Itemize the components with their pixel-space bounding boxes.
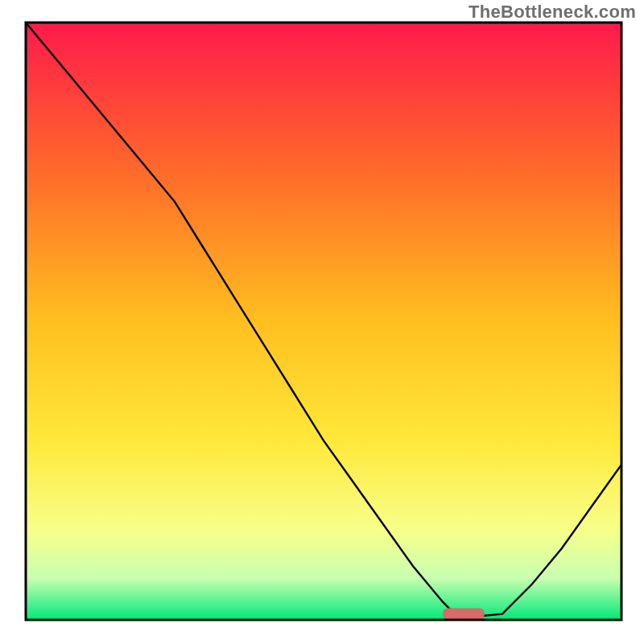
plot-area [26, 23, 621, 620]
gradient-background [26, 23, 621, 620]
chart-stage: TheBottleneck.com [0, 0, 644, 644]
bottleneck-chart [0, 0, 644, 644]
optimal-range-marker [443, 609, 485, 620]
watermark-text: TheBottleneck.com [469, 2, 636, 23]
